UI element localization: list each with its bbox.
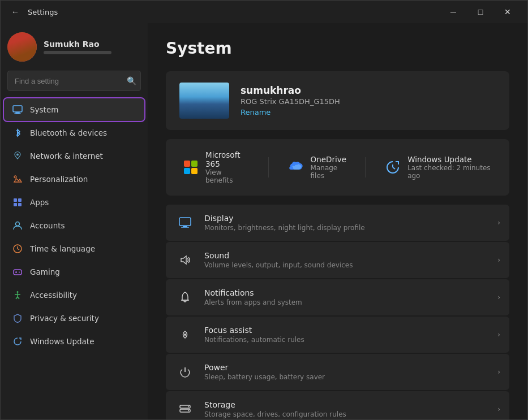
settings-item-sub: Storage space, drives, configuration rul… — [204, 410, 488, 418]
svg-rect-15 — [14, 270, 22, 275]
settings-item-focus[interactable]: Focus assist Notifications, automatic ru… — [166, 317, 509, 353]
settings-item-text: Notifications Alerts from apps and syste… — [204, 288, 488, 306]
settings-item-title: Power — [204, 363, 488, 372]
sidebar-item-network[interactable]: Network & internet — [4, 145, 144, 167]
device-username: sumukhrao — [241, 85, 496, 96]
content-area: Sumukh Rao 🔍 System Bluetooth & devices … — [1, 23, 527, 419]
rename-link[interactable]: Rename — [241, 108, 271, 116]
device-details: sumukhrao ROG Strix GA15DH_G15DH Rename — [241, 85, 496, 117]
focus-icon — [175, 324, 195, 345]
sidebar-item-system[interactable]: System — [4, 98, 144, 121]
winupdate-icon — [384, 158, 402, 176]
user-name: Sumukh Rao — [44, 40, 111, 49]
display-icon — [175, 213, 195, 233]
settings-item-text: Display Monitors, brightness, night ligh… — [204, 214, 488, 232]
personalization-icon — [12, 174, 23, 185]
system-icon — [12, 104, 23, 115]
chevron-icon: › — [497, 293, 500, 301]
svg-rect-25 — [191, 161, 198, 167]
accessibility-icon — [12, 289, 23, 301]
svg-rect-26 — [184, 168, 190, 174]
sidebar-item-label: Windows Update — [30, 337, 136, 346]
svg-rect-2 — [14, 114, 21, 114]
sidebar-item-label: System — [30, 105, 136, 114]
settings-item-power[interactable]: Power Sleep, battery usage, battery save… — [166, 354, 509, 390]
back-button[interactable]: ← — [7, 4, 23, 20]
privacy-icon — [12, 313, 23, 324]
device-model: ROG Strix GA15DH_G15DH — [241, 97, 496, 106]
svg-rect-30 — [179, 218, 191, 226]
quick-link-ms365[interactable]: Microsoft 365 View benefits — [177, 148, 255, 187]
settings-list: Display Monitors, brightness, night ligh… — [166, 205, 509, 419]
sidebar-item-apps[interactable]: Apps — [4, 191, 144, 214]
quick-link-title: Microsoft 365 — [205, 150, 250, 168]
quick-link-divider — [365, 157, 366, 177]
settings-item-sub: Sleep, battery usage, battery saver — [204, 373, 488, 381]
close-button[interactable]: ✕ — [495, 3, 521, 21]
quick-link-onedrive[interactable]: OneDrive Manage files — [282, 153, 352, 182]
svg-rect-9 — [14, 203, 17, 206]
settings-item-notifications[interactable]: Notifications Alerts from apps and syste… — [166, 279, 509, 315]
sidebar-item-accessibility[interactable]: Accessibility — [4, 284, 144, 306]
sidebar-item-time[interactable]: Time & language — [4, 237, 144, 260]
sidebar: Sumukh Rao 🔍 System Bluetooth & devices … — [1, 23, 148, 419]
sidebar-item-label: Time & language — [30, 244, 136, 253]
onedrive-icon — [287, 158, 305, 176]
svg-rect-32 — [181, 227, 189, 228]
sidebar-item-label: Accessibility — [30, 291, 136, 300]
settings-item-display[interactable]: Display Monitors, brightness, night ligh… — [166, 205, 509, 241]
settings-item-text: Sound Volume levels, output, input, soun… — [204, 251, 488, 269]
minimize-button[interactable]: ─ — [440, 3, 466, 21]
device-card: sumukhrao ROG Strix GA15DH_G15DH Rename — [166, 71, 509, 130]
user-info: Sumukh Rao — [44, 40, 111, 54]
quick-link-text-onedrive: OneDrive Manage files — [311, 155, 347, 180]
sidebar-item-label: Privacy & security — [30, 314, 136, 323]
quick-link-winupdate[interactable]: Windows Update Last checked: 2 minutes a… — [379, 153, 498, 182]
storage-icon — [175, 399, 195, 419]
svg-rect-8 — [18, 198, 22, 202]
notifications-icon — [175, 287, 195, 308]
settings-item-sub: Monitors, brightness, night light, displ… — [204, 224, 488, 232]
window-controls: ─ □ ✕ — [440, 3, 521, 21]
settings-item-sub: Alerts from apps and system — [204, 298, 488, 306]
sidebar-item-accounts[interactable]: Accounts — [4, 214, 144, 237]
sidebar-item-personalization[interactable]: Personalization — [4, 168, 144, 190]
device-thumbnail-inner — [179, 83, 229, 119]
svg-point-39 — [188, 406, 189, 408]
nav-list: System Bluetooth & devices Network & int… — [1, 98, 148, 353]
settings-item-sound[interactable]: Sound Volume levels, output, input, soun… — [166, 242, 509, 278]
quick-link-divider — [268, 157, 269, 177]
sidebar-item-update[interactable]: Windows Update — [4, 330, 144, 353]
chevron-icon: › — [497, 368, 500, 376]
quick-link-sub: Last checked: 2 minutes ago — [407, 164, 493, 180]
search-input[interactable] — [7, 71, 141, 91]
maximize-button[interactable]: □ — [467, 3, 493, 21]
quick-link-sub: Manage files — [311, 164, 347, 180]
avatar-image — [7, 32, 37, 62]
svg-point-6 — [14, 176, 16, 178]
apps-icon — [12, 197, 23, 208]
svg-rect-7 — [14, 198, 17, 202]
sidebar-item-label: Apps — [30, 198, 136, 207]
settings-item-text: Focus assist Notifications, automatic ru… — [204, 326, 488, 344]
settings-item-title: Notifications — [204, 288, 488, 297]
chevron-icon: › — [497, 405, 500, 413]
sidebar-item-privacy[interactable]: Privacy & security — [4, 307, 144, 330]
sidebar-item-label: Network & internet — [30, 151, 136, 161]
settings-item-storage[interactable]: Storage Storage space, drives, configura… — [166, 391, 509, 419]
settings-item-title: Focus assist — [204, 326, 488, 335]
sidebar-item-label: Personalization — [30, 175, 136, 184]
avatar — [7, 32, 37, 62]
svg-point-11 — [16, 222, 20, 226]
page-title: System — [166, 39, 509, 58]
sidebar-item-gaming[interactable]: Gaming — [4, 261, 144, 283]
svg-rect-27 — [191, 168, 198, 174]
app-title: Settings — [28, 8, 440, 16]
accounts-icon — [12, 220, 23, 231]
settings-window: ← Settings ─ □ ✕ Sumukh Rao 🔍 — [0, 0, 528, 420]
network-icon — [12, 150, 23, 162]
sidebar-item-bluetooth[interactable]: Bluetooth & devices — [4, 122, 144, 144]
settings-item-text: Power Sleep, battery usage, battery save… — [204, 363, 488, 381]
user-profile: Sumukh Rao — [1, 23, 148, 68]
bluetooth-icon — [12, 127, 23, 138]
